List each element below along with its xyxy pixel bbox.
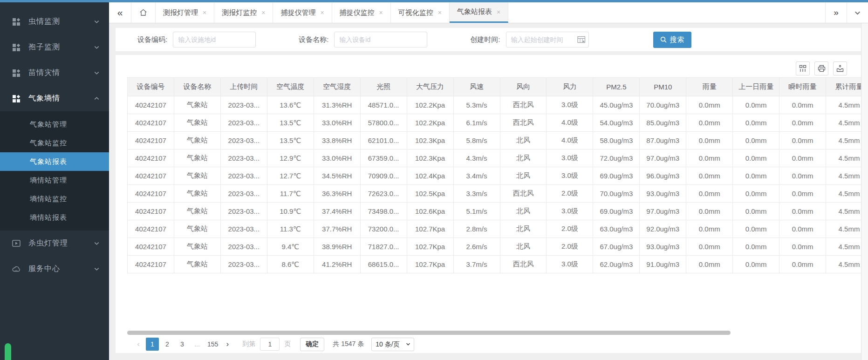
table-cell: 40242107 xyxy=(128,185,174,203)
close-icon[interactable]: × xyxy=(497,8,500,16)
tab-weather-station-report[interactable]: 气象站报表× xyxy=(450,2,508,23)
chevron-up-icon xyxy=(94,95,100,102)
page-button-1[interactable]: 1 xyxy=(146,338,159,351)
table-cell: 40242107 xyxy=(128,96,174,114)
sidebar-subitem-weather-station-manage[interactable]: 气象站管理 xyxy=(0,115,109,134)
close-icon[interactable]: × xyxy=(320,9,324,16)
table-toolbar xyxy=(796,61,847,75)
table-cell: 0.0mm xyxy=(733,149,779,167)
next-page-button[interactable]: › xyxy=(222,340,233,349)
tab-overflow-button[interactable]: » xyxy=(825,2,847,23)
table-cell: 33.0%RH xyxy=(314,114,360,132)
table-cell: 12.9℃ xyxy=(267,149,314,167)
page-button-3[interactable]: 3 xyxy=(176,338,189,351)
search-input-create-time[interactable] xyxy=(506,32,589,48)
table-cell: 2.0级 xyxy=(547,238,593,256)
table-cell: 气象站 xyxy=(174,132,220,149)
sidebar-item-insect-monitoring[interactable]: 虫情监测 xyxy=(0,9,109,34)
table-cell: 96.0ug/m3 xyxy=(640,167,686,185)
home-tab[interactable] xyxy=(131,2,156,23)
sidebar-subitem-weather-station-monitor[interactable]: 气象站监控 xyxy=(0,134,109,152)
close-icon[interactable]: × xyxy=(261,9,265,16)
sidebar-subitem-moisture-station-manage[interactable]: 墒情站管理 xyxy=(0,171,109,190)
top-accent-bar xyxy=(0,0,868,2)
tab-catcher-manage[interactable]: 捕捉仪管理× xyxy=(273,2,332,23)
table-cell: 0.0mm xyxy=(733,238,779,256)
table-cell: 0.0mm xyxy=(779,256,826,273)
goto-page-label: 到第 xyxy=(242,340,255,348)
sidebar-scroll-indicator[interactable] xyxy=(5,343,11,360)
sidebar-subitem-weather-station-report[interactable]: 气象站报表 xyxy=(0,152,109,171)
report-table-card: 设备编号设备名称上传时间空气温度空气湿度光照大气压力风速风向风力PM2.5PM1… xyxy=(116,55,861,353)
column-header: 上传时间 xyxy=(220,78,267,96)
table-row: 40242107气象站2023-03...9.4℃38.9%RH71827.0.… xyxy=(128,238,861,256)
tab-label: 测报灯监控 xyxy=(222,8,257,17)
sidebar-collapse-button[interactable]: « xyxy=(109,2,131,23)
page-unit-label: 页 xyxy=(284,340,291,348)
close-icon[interactable]: × xyxy=(379,9,383,16)
tab-report-lamp-manage[interactable]: 测报灯管理× xyxy=(156,2,214,23)
table-cell: 12.7℃ xyxy=(267,167,314,185)
tabs-list: 测报灯管理×测报灯监控×捕捉仪管理×捕捉仪监控×可视化监控×气象站报表× xyxy=(156,2,508,23)
table-cell: 102.5Kpa xyxy=(407,185,453,203)
column-header: 空气温度 xyxy=(267,78,314,96)
tab-visual-monitor[interactable]: 可视化监控× xyxy=(391,2,450,23)
calendar-icon[interactable] xyxy=(577,36,586,43)
chevron-down-icon xyxy=(94,240,100,246)
table-cell: 62.0ug/m3 xyxy=(593,256,640,273)
tab-report-lamp-monitor[interactable]: 测报灯监控× xyxy=(214,2,273,23)
toolbar-columns-button[interactable] xyxy=(796,61,810,75)
table-cell: 68615.0... xyxy=(360,256,407,273)
table-cell: 气象站 xyxy=(174,114,220,132)
search-input-device-code[interactable] xyxy=(173,32,256,48)
sidebar-item-service-center[interactable]: 服务中心 xyxy=(0,256,109,282)
tab-catcher-monitor[interactable]: 捕捉仪监控× xyxy=(332,2,391,23)
sidebar-item-weather-moisture[interactable]: 气象墒情 xyxy=(0,86,109,111)
table-cell: 9.4℃ xyxy=(267,238,314,256)
page-button-2[interactable]: 2 xyxy=(161,338,174,351)
table-cell: 气象站 xyxy=(174,96,220,114)
export-icon xyxy=(836,65,844,72)
horizontal-scrollbar-thumb[interactable] xyxy=(127,331,731,335)
search-field-label: 设备编码: xyxy=(137,35,167,44)
goto-confirm-button[interactable]: 确定 xyxy=(300,338,324,351)
table-cell: 5.1m/s xyxy=(453,203,500,220)
chevron-down-icon xyxy=(94,44,100,50)
tab-dropdown-button[interactable] xyxy=(847,2,868,23)
sidebar-subitem-moisture-station-report[interactable]: 墒情站报表 xyxy=(0,208,109,227)
tab-label: 气象站报表 xyxy=(457,7,492,16)
toolbar-print-button[interactable] xyxy=(814,61,828,75)
search-input-device-name[interactable] xyxy=(334,32,427,48)
page-button-155[interactable]: 155 xyxy=(205,338,220,351)
sidebar-item-insecticidal-lamp-manage[interactable]: 杀虫灯管理 xyxy=(0,231,109,256)
table-cell: 2023-03... xyxy=(220,256,267,273)
goto-page-input[interactable] xyxy=(260,338,280,351)
page-size-select[interactable]: 10 条/页 xyxy=(371,338,414,351)
prev-page-button[interactable]: ‹ xyxy=(133,340,144,349)
sidebar-subitem-moisture-station-monitor[interactable]: 墒情站监控 xyxy=(0,190,109,208)
table-cell: 2023-03... xyxy=(220,220,267,238)
sidebar-item-spore-monitoring[interactable]: 孢子监测 xyxy=(0,34,109,60)
table-cell: 8.6℃ xyxy=(267,256,314,273)
column-header: 风速 xyxy=(453,78,500,96)
sidebar-item-label: 苗情灾情 xyxy=(28,68,60,78)
table-cell: 73498.0... xyxy=(360,203,407,220)
vertical-scrollbar[interactable] xyxy=(861,23,868,360)
search-panel: 设备编码:设备名称:创建时间: 搜索 xyxy=(116,28,861,51)
search-button[interactable]: 搜索 xyxy=(653,32,691,48)
table-cell: 0.0mm xyxy=(779,149,826,167)
table-cell: 0.0mm xyxy=(779,220,826,238)
table-cell: 北风 xyxy=(500,220,547,238)
table-cell: 4.5mm xyxy=(826,256,861,273)
sidebar-item-seedling-disaster[interactable]: 苗情灾情 xyxy=(0,60,109,86)
close-icon[interactable]: × xyxy=(438,9,442,16)
sidebar-item-label: 服务中心 xyxy=(28,264,60,274)
toolbar-export-button[interactable] xyxy=(833,61,847,75)
search-button-label: 搜索 xyxy=(670,35,685,44)
table-container: 设备编号设备名称上传时间空气温度空气湿度光照大气压力风速风向风力PM2.5PM1… xyxy=(127,77,861,278)
close-icon[interactable]: × xyxy=(203,9,206,16)
table-cell: 41.2%RH xyxy=(314,256,360,273)
table-cell: 87.0ug/m3 xyxy=(640,132,686,149)
table-cell: 2023-03... xyxy=(220,149,267,167)
table-cell: 40242107 xyxy=(128,114,174,132)
